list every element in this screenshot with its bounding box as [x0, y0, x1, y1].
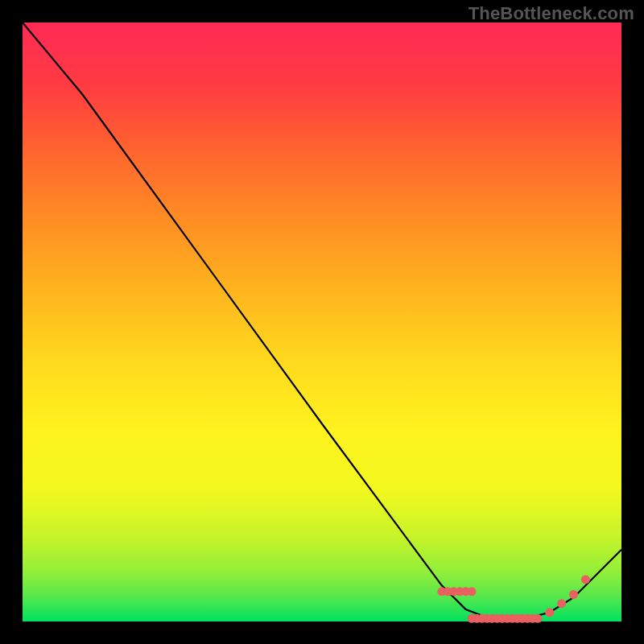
- data-marker: [581, 575, 590, 584]
- data-marker: [533, 614, 542, 623]
- data-marker: [569, 590, 578, 599]
- chart-container: TheBottleneck.com: [0, 0, 644, 644]
- watermark-text: TheBottleneck.com: [469, 3, 634, 24]
- data-markers: [437, 575, 590, 622]
- data-marker: [468, 587, 477, 596]
- data-marker: [545, 608, 554, 617]
- plot-area: [23, 23, 621, 621]
- bottleneck-curve: [23, 23, 621, 618]
- data-marker: [557, 599, 566, 608]
- curve-svg: [23, 23, 621, 621]
